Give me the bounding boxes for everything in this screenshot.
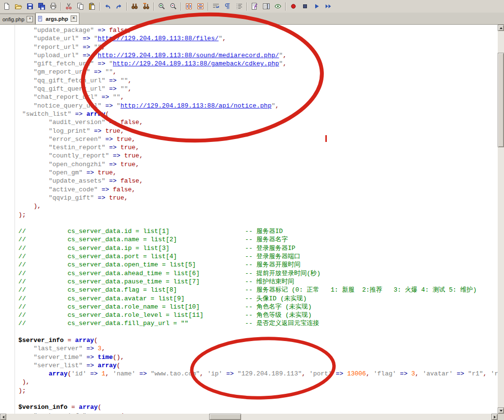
toolbar-separator xyxy=(99,2,100,11)
code-line[interactable]: // cs_server_data.role_name = list[10] -… xyxy=(18,303,498,311)
macro-stop-icon[interactable] xyxy=(299,0,311,12)
code-line[interactable]: "testin_report" => true, xyxy=(18,143,498,152)
code-line[interactable]: "server_list" => array( xyxy=(18,361,498,370)
open-folder-icon[interactable] xyxy=(13,0,24,12)
sync-horizontal-scroll-icon[interactable] xyxy=(195,0,206,12)
code-line[interactable]: ); xyxy=(18,387,498,395)
tab-label: onfig.php xyxy=(2,16,24,22)
tab-args-php[interactable]: args.php× xyxy=(35,13,79,25)
toolbar-separator xyxy=(126,2,127,11)
file-icon xyxy=(37,16,44,22)
code-line[interactable]: "update_url" => "http://129.204.189.113:… xyxy=(18,34,498,43)
document-map-icon[interactable] xyxy=(260,0,272,12)
bookmark-margin[interactable] xyxy=(0,25,15,414)
code-line[interactable]: "open_chongzhi" => true, xyxy=(18,160,498,169)
code-line[interactable]: // cs_server_data.name = list[2] -- 服务器名… xyxy=(18,235,498,244)
code-line[interactable]: $version_info = array( xyxy=(18,403,498,411)
code-line[interactable]: "chat_report_url" => "", xyxy=(18,93,498,101)
toolbar-separator xyxy=(181,2,182,11)
function-list-icon[interactable] xyxy=(249,0,260,12)
main-toolbar xyxy=(0,0,504,13)
right-arrow-icon xyxy=(494,416,496,419)
left-arrow-icon xyxy=(2,416,4,419)
code-line[interactable]: ), xyxy=(18,378,498,386)
code-line[interactable]: ), xyxy=(18,202,498,210)
code-line[interactable]: "countly_report" => true, xyxy=(18,152,498,160)
word-wrap-icon[interactable] xyxy=(210,0,222,12)
show-all-characters-icon[interactable] xyxy=(222,0,233,12)
undo-icon[interactable] xyxy=(102,0,113,12)
code-line[interactable]: "update_package" => false, xyxy=(18,26,498,34)
down-arrow-icon xyxy=(500,410,503,412)
vertical-scrollbar[interactable] xyxy=(498,25,504,414)
scroll-up-button[interactable] xyxy=(498,25,504,31)
code-line[interactable]: // cs_server_data.avatar = list[9] -- 头像… xyxy=(18,295,498,303)
new-file-icon[interactable] xyxy=(1,0,13,12)
code-line[interactable]: "last_server" => 3, xyxy=(18,344,498,353)
save-icon[interactable] xyxy=(24,0,36,12)
code-line[interactable]: // cs_server_data.fill_pay_url = "" -- 是… xyxy=(18,319,498,327)
code-line[interactable]: // cs_server_data.pause_time = list[7] -… xyxy=(18,278,498,286)
zoom-out-icon[interactable] xyxy=(168,0,179,12)
code-line[interactable]: ); xyxy=(18,211,498,219)
cut-icon[interactable] xyxy=(63,0,75,12)
editor-area[interactable]: "update_package" => false, "update_url" … xyxy=(0,25,498,414)
toolbar-separator xyxy=(246,2,247,11)
monitoring-icon[interactable] xyxy=(272,0,284,12)
code-line[interactable] xyxy=(18,219,498,227)
file-icon xyxy=(0,16,1,23)
redo-icon[interactable] xyxy=(113,0,125,12)
code-line[interactable]: "open_gm" => true, xyxy=(18,169,498,177)
code-line[interactable]: // cs_server_data.ahead_time = list[6] -… xyxy=(18,269,498,278)
scroll-down-button[interactable] xyxy=(498,407,504,414)
tab-close-icon[interactable]: × xyxy=(71,16,77,22)
paste-icon[interactable] xyxy=(86,0,98,12)
code-line[interactable]: "qq_gift_query_url" => "", xyxy=(18,85,498,93)
vertical-scroll-thumb[interactable] xyxy=(498,53,504,147)
code-line[interactable]: // cs_server_data.id = list[1] -- 服务器ID xyxy=(18,227,498,235)
code-line[interactable]: // cs_server_data.open_time = list[5] --… xyxy=(18,261,498,269)
code-line[interactable]: "error_screen" => true, xyxy=(18,135,498,143)
code-line[interactable]: array('id' => 1, 'name' => "www.tao.com"… xyxy=(18,370,498,378)
code-line[interactable]: "upload_url" => "http://129.204.189.113:… xyxy=(18,51,498,60)
code-line[interactable]: "update_assets" => false, xyxy=(18,177,498,185)
macro-run-multiple-icon[interactable] xyxy=(322,0,334,12)
horizontal-scroll-thumb[interactable] xyxy=(209,414,241,420)
macro-record-icon[interactable] xyxy=(288,0,299,12)
sync-vertical-scroll-icon[interactable] xyxy=(183,0,195,12)
code-line[interactable]: "active_code" => false, xyxy=(18,186,498,194)
scroll-right-button[interactable] xyxy=(491,414,498,420)
replace-icon[interactable] xyxy=(140,0,152,12)
macro-play-icon[interactable] xyxy=(311,0,322,12)
code-line[interactable]: "audit_version" => false, xyxy=(18,118,498,126)
toolbar-separator xyxy=(61,2,61,11)
code-line[interactable]: "switch_list" => array( xyxy=(18,110,498,118)
tab-close-icon[interactable]: × xyxy=(27,16,33,22)
find-icon[interactable] xyxy=(129,0,140,12)
code-line[interactable]: "report_url" => "", xyxy=(18,43,498,51)
code-line[interactable]: // cs_server_data.ip = list[3] -- 登录服务器I… xyxy=(18,244,498,252)
code-line[interactable]: // cs_server_data.role_level = list[11] … xyxy=(18,311,498,319)
copy-icon[interactable] xyxy=(75,0,86,12)
tab-onfig-php[interactable]: onfig.php× xyxy=(0,14,35,24)
code-line[interactable]: // cs_server_data.port = list[4] -- 登录服务… xyxy=(18,252,498,261)
code-line[interactable]: // cs_server_data.flag = list[8] -- 服务器标… xyxy=(18,286,498,294)
print-icon[interactable] xyxy=(47,0,59,12)
code-view[interactable]: "update_package" => false, "update_url" … xyxy=(15,25,498,414)
code-line[interactable]: "qq_gift_fetch_url" => "", xyxy=(18,77,498,85)
code-line[interactable] xyxy=(18,328,498,336)
code-line[interactable]: "log_print" => true, xyxy=(18,127,498,135)
code-line[interactable]: "qqvip_gift" => true, xyxy=(18,194,498,202)
code-line[interactable]: "server_time" => time(), xyxy=(18,353,498,361)
scroll-left-button[interactable] xyxy=(0,414,6,420)
code-line[interactable]: "gm_report_url" => "", xyxy=(18,68,498,76)
code-line[interactable]: "notice_query_url" => "http://129.204.18… xyxy=(18,102,498,110)
indent-guide-icon[interactable] xyxy=(233,0,245,12)
code-line[interactable]: "gift_fetch_url" => "http://129.204.189.… xyxy=(18,60,498,68)
code-line[interactable]: $server_info = array( xyxy=(18,336,498,344)
zoom-in-icon[interactable] xyxy=(156,0,168,12)
code-line[interactable] xyxy=(18,395,498,403)
save-all-icon[interactable] xyxy=(36,0,47,12)
horizontal-scrollbar[interactable] xyxy=(0,414,498,420)
up-arrow-icon xyxy=(500,27,503,29)
